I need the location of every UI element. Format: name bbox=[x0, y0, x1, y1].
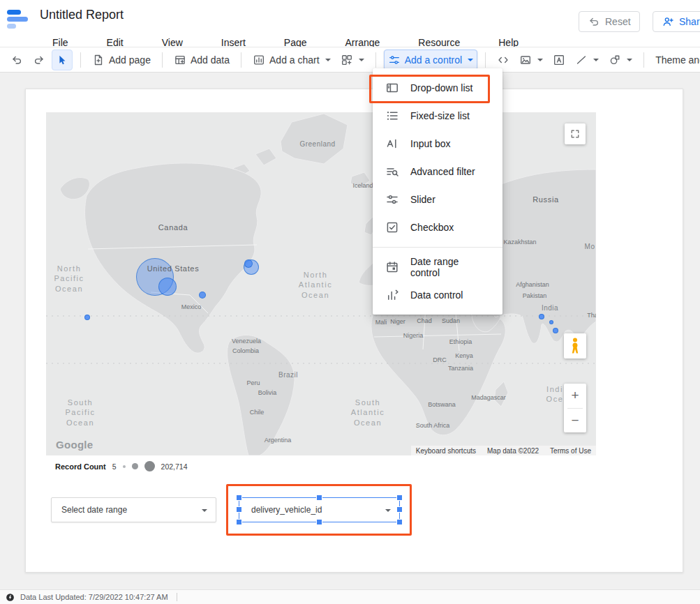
image-button[interactable] bbox=[516, 50, 546, 70]
toolbar-separator bbox=[643, 52, 644, 68]
date-range-label: Select date range bbox=[61, 505, 127, 515]
line-icon bbox=[575, 54, 588, 66]
data-studio-logo-icon[interactable] bbox=[7, 10, 32, 29]
add-control-icon bbox=[388, 54, 401, 66]
select-cursor-icon bbox=[56, 54, 68, 66]
add-control-menu: Drop-down listFixed-size listInput boxAd… bbox=[373, 68, 502, 315]
report-page[interactable]: GreenlandIcelandCanadaUnited StatesMexic… bbox=[25, 89, 683, 573]
chevron-down-icon bbox=[325, 59, 331, 61]
selection-handle[interactable] bbox=[317, 495, 322, 500]
menu-divider bbox=[373, 247, 502, 248]
fullscreen-button[interactable] bbox=[565, 123, 586, 144]
map-data-label[interactable]: Map data ©2022 bbox=[487, 447, 539, 455]
embed-icon bbox=[497, 54, 509, 66]
date-range-control[interactable]: Select date range bbox=[51, 497, 216, 522]
control-menu-item-drop-down-list[interactable]: Drop-down list bbox=[373, 74, 502, 102]
menu-item-label: Input box bbox=[410, 138, 451, 149]
embed-button[interactable] bbox=[493, 50, 513, 70]
world-map-graphic bbox=[46, 112, 596, 455]
undo-icon bbox=[588, 15, 600, 28]
legend-dot-large bbox=[144, 461, 155, 471]
control-menu-item-date-range-control[interactable]: Date range control bbox=[373, 253, 502, 281]
zoom-in-button[interactable]: + bbox=[564, 384, 586, 408]
control-menu-item-input-box[interactable]: Input box bbox=[373, 130, 502, 158]
community-visualizations-button[interactable] bbox=[337, 50, 368, 70]
line-button[interactable] bbox=[572, 50, 602, 70]
toolbar-separator bbox=[241, 52, 241, 68]
geo-bubble-map-chart[interactable]: GreenlandIcelandCanadaUnited StatesMexic… bbox=[46, 112, 596, 455]
share-label: Share bbox=[679, 16, 700, 27]
reset-button[interactable]: Reset bbox=[579, 11, 640, 32]
chevron-down-icon bbox=[202, 509, 207, 512]
dropdown-control-delivery-vehicle-id[interactable]: delivery_vehicle_id bbox=[239, 497, 400, 522]
toolbar-separator bbox=[375, 52, 376, 68]
add-chart-button[interactable]: Add a chart bbox=[249, 50, 334, 70]
text-box-icon bbox=[553, 54, 565, 66]
data-freshness-icon bbox=[6, 593, 15, 602]
menu-item-label: Fixed-size list bbox=[410, 110, 470, 121]
add-data-button[interactable]: Add data bbox=[170, 50, 233, 70]
selection-handle[interactable] bbox=[397, 520, 402, 524]
zoom-control: + − bbox=[564, 384, 586, 432]
add-control-button-label: Add a control bbox=[405, 54, 463, 66]
input-box-icon bbox=[385, 137, 399, 151]
legend-max-value: 202,714 bbox=[161, 462, 188, 471]
theme-and-layout-button-label: Theme and layout bbox=[655, 54, 700, 66]
theme-and-layout-button[interactable]: Theme and layout bbox=[652, 51, 700, 69]
control-menu-item-fixed-size-list[interactable]: Fixed-size list bbox=[373, 102, 502, 130]
redo-icon bbox=[33, 54, 45, 66]
google-maps-logo[interactable]: Google bbox=[56, 439, 93, 451]
menu-item-label: Advanced filter bbox=[410, 166, 475, 177]
legend-metric: Record Count bbox=[55, 462, 106, 471]
menu-item-label: Data control bbox=[410, 289, 463, 301]
selection-handle[interactable] bbox=[237, 507, 241, 512]
bubble-size-legend: Record Count 5 202,714 bbox=[55, 461, 188, 471]
report-title[interactable]: Untitled Report bbox=[40, 8, 124, 22]
chevron-down-icon bbox=[537, 59, 543, 61]
control-menu-item-data-control[interactable]: Data control bbox=[373, 281, 502, 309]
control-menu-item-slider[interactable]: Slider bbox=[373, 186, 502, 213]
terms-of-use-link[interactable]: Terms of Use bbox=[550, 447, 591, 455]
toolbar-separator bbox=[162, 52, 163, 68]
keyboard-shortcuts-link[interactable]: Keyboard shortcuts bbox=[416, 447, 476, 455]
add-page-button[interactable]: Add page bbox=[89, 50, 154, 70]
drop-down-list-icon bbox=[385, 81, 399, 95]
control-menu-item-checkbox[interactable]: Checkbox bbox=[373, 213, 502, 241]
add-chart-icon bbox=[253, 54, 265, 66]
add-control-button[interactable]: Add a control bbox=[384, 50, 478, 70]
status-bar-divider bbox=[177, 593, 177, 601]
toolbar-separator bbox=[80, 52, 81, 68]
redo-button[interactable] bbox=[29, 50, 49, 70]
chevron-down-icon bbox=[359, 59, 364, 61]
selection-handle[interactable] bbox=[317, 520, 322, 524]
person-add-icon bbox=[662, 15, 674, 28]
selection-handle[interactable] bbox=[397, 507, 402, 512]
checkbox-icon bbox=[385, 220, 399, 234]
select-tool-button[interactable] bbox=[52, 50, 73, 70]
data-control-icon bbox=[385, 288, 399, 302]
selection-handle[interactable] bbox=[397, 495, 402, 500]
legend-dot-small bbox=[123, 465, 126, 468]
reset-label: Reset bbox=[605, 16, 631, 27]
advanced-filter-icon bbox=[385, 165, 399, 179]
selection-handle[interactable] bbox=[237, 495, 241, 500]
last-updated-text: Data Last Updated: 7/29/2022 10:47:27 AM bbox=[20, 593, 168, 601]
text-box-button[interactable] bbox=[549, 50, 569, 70]
share-button[interactable]: Share bbox=[653, 11, 700, 32]
toolbar: Add pageAdd dataAdd a chartAdd a control… bbox=[0, 47, 700, 73]
date-range-control-icon bbox=[385, 260, 399, 274]
zoom-out-button[interactable]: − bbox=[564, 409, 586, 433]
map-attribution-bar: Keyboard shortcutsMap data ©2022Terms of… bbox=[411, 446, 596, 455]
control-menu-item-advanced-filter[interactable]: Advanced filter bbox=[373, 158, 502, 186]
shape-button[interactable] bbox=[605, 50, 636, 70]
menu-item-label: Slider bbox=[410, 194, 435, 205]
selection-handle[interactable] bbox=[237, 520, 241, 524]
undo-button[interactable] bbox=[7, 50, 27, 70]
slider-icon bbox=[385, 192, 399, 206]
add-chart-button-label: Add a chart bbox=[269, 54, 320, 66]
pegman-icon bbox=[568, 337, 582, 355]
legend-dot-medium bbox=[132, 463, 138, 469]
pegman-street-view-button[interactable] bbox=[564, 333, 586, 358]
undo-icon bbox=[10, 54, 23, 66]
add-data-button-label: Add data bbox=[191, 54, 230, 66]
